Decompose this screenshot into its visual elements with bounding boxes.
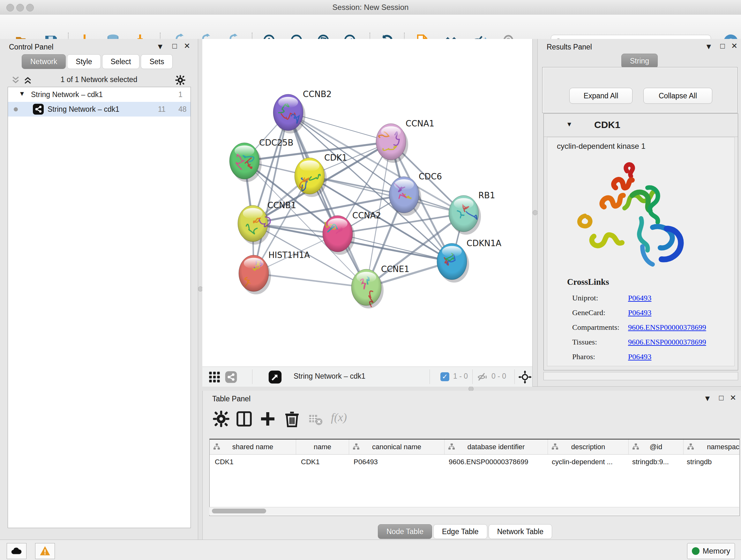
control-panel-close-icon[interactable]: ✕ <box>184 42 190 50</box>
node-CDKN1A[interactable] <box>437 243 469 283</box>
hidden-eye-icon <box>477 371 488 383</box>
results-panel-menu-icon[interactable]: ▼ <box>705 43 713 51</box>
column-header-description[interactable]: description <box>548 440 629 454</box>
network-view-title: String Network – cdk1 <box>293 372 365 381</box>
table-panel-close-icon[interactable]: ✕ <box>730 394 736 401</box>
crosslink-row: Uniprot:P06493 <box>572 291 729 306</box>
tab-sets[interactable]: Sets <box>141 54 173 69</box>
show-columns-icon[interactable] <box>235 410 253 428</box>
column-header-shared-name[interactable]: shared name <box>210 440 296 454</box>
node-label-CCNA1: CCNA1 <box>406 119 434 128</box>
crosslink-label: GeneCard: <box>572 308 605 317</box>
table-panel-title: Table Panel <box>212 395 251 403</box>
column-header--id[interactable]: @id <box>629 440 684 454</box>
statusbar-separator <box>429 369 430 384</box>
gene-name: CDK1 <box>594 119 620 130</box>
control-panel-menu-icon[interactable]: ▼ <box>156 43 164 51</box>
table-header-row: shared namenamecanonical namedatabase id… <box>210 440 739 455</box>
expand-all-button[interactable]: Expand All <box>569 88 632 104</box>
tab-node-table[interactable]: Node Table <box>378 524 432 539</box>
network-share-icon[interactable] <box>225 371 238 383</box>
node-CCNB1[interactable] <box>238 205 270 245</box>
tab-network[interactable]: Network <box>22 54 66 69</box>
crosslink-label: Tissues: <box>572 338 597 347</box>
crosslink-link[interactable]: P06493 <box>628 308 651 317</box>
collapse-all-button[interactable]: Collapse All <box>643 88 712 104</box>
node-CCNA1[interactable] <box>376 124 408 163</box>
cloud-button[interactable] <box>7 543 26 559</box>
table-panel-float-icon[interactable]: □ <box>719 394 724 401</box>
results-panel-float-icon[interactable]: □ <box>720 42 725 50</box>
network-collection-row[interactable]: ▼ String Network – cdk1 1 <box>8 87 191 102</box>
results-panel-close-icon[interactable]: ✕ <box>731 42 738 50</box>
table-hscrollbar-thumb[interactable] <box>212 509 266 513</box>
column-header-name[interactable]: name <box>296 440 349 454</box>
node-CCNA2[interactable] <box>323 215 355 255</box>
tab-style[interactable]: Style <box>67 54 100 69</box>
node-label-HIST1H1A: HIST1H1A <box>268 250 310 260</box>
statusbar-separator <box>472 369 473 384</box>
cloud-icon <box>11 546 22 556</box>
results-scrollbar-track[interactable] <box>543 372 738 380</box>
birds-eye-view-icon[interactable] <box>268 370 282 384</box>
delete-table-icon <box>308 412 323 427</box>
crosslink-label: Uniprot: <box>572 294 598 302</box>
crosslink-link[interactable]: P06493 <box>628 353 651 361</box>
edge-CCNB2-CCNE1[interactable] <box>288 112 366 287</box>
results-panel: Results Panel ▼ □ ✕ String Expand All Co… <box>537 39 741 386</box>
crosslink-link[interactable]: 9606.ENSP00000378699 <box>628 323 706 332</box>
grid-view-icon[interactable] <box>208 371 221 383</box>
string-result-entry: ▼ CDK1 cyclin-dependent kinase 1 <box>543 113 738 370</box>
navigator-crosshair-icon[interactable] <box>518 370 532 384</box>
network-options-gear-icon[interactable] <box>175 75 186 85</box>
node-CCNE1[interactable] <box>351 269 384 308</box>
node-label-RB1: RB1 <box>478 191 495 200</box>
delete-column-icon[interactable] <box>283 410 301 428</box>
tab-string[interactable]: String <box>621 54 658 68</box>
hidden-node-edge-counts: 0 - 0 <box>491 372 506 381</box>
table-row[interactable]: CDK1CDK1P064939606.ENSP00000378699cyclin… <box>210 455 739 469</box>
right-splitter-grip[interactable] <box>533 210 538 215</box>
memory-button[interactable]: Memory <box>687 543 735 559</box>
table-hscrollbar-track[interactable] <box>209 507 739 515</box>
crosslink-label: Compartments: <box>572 323 619 332</box>
control-panel-float-icon[interactable]: □ <box>172 42 177 50</box>
table-options-gear-icon[interactable] <box>212 410 230 428</box>
tab-select[interactable]: Select <box>102 54 140 69</box>
crosslinks-title: CrossLinks <box>567 277 609 287</box>
warnings-button[interactable] <box>35 543 55 559</box>
tab-network-table[interactable]: Network Table <box>488 524 552 539</box>
node-CDK1[interactable] <box>294 158 327 197</box>
node-CDC6[interactable] <box>389 177 421 216</box>
column-header-namespace[interactable]: namespace <box>684 440 740 454</box>
crosslink-link[interactable]: 9606.ENSP00000378699 <box>628 338 706 347</box>
tab-edge-table[interactable]: Edge Table <box>433 524 487 539</box>
status-bar: Memory <box>0 540 741 560</box>
node-HIST1H1A[interactable] <box>239 255 271 294</box>
column-header-canonical-name[interactable]: canonical name <box>349 440 445 454</box>
entry-header[interactable]: ▼ CDK1 <box>544 114 738 137</box>
selected-node-edge-counts: 1 - 0 <box>453 372 468 381</box>
add-column-icon[interactable] <box>259 410 277 428</box>
network-row[interactable]: String Network – cdk1 11 48 <box>8 102 191 117</box>
network-canvas[interactable]: CCNB2CCNA1CDC25BCDK1CDC6RB1CCNB1CCNA2CDK… <box>202 39 532 367</box>
crosslink-link[interactable]: P06493 <box>628 294 651 302</box>
crosslinks-list: Uniprot:P06493GeneCard:P06493Compartment… <box>572 291 729 365</box>
edge-CCNB2-HIST1H1A[interactable] <box>254 112 288 273</box>
selected-checkbox-icon[interactable]: ✓ <box>441 372 449 381</box>
column-header-database-identifier[interactable]: database identifier <box>445 440 548 454</box>
entry-collapse-icon[interactable]: ▼ <box>566 121 572 128</box>
table-panel-menu-icon[interactable]: ▼ <box>704 395 711 402</box>
node-label-CCNA2: CCNA2 <box>352 211 381 220</box>
statusbar-separator <box>515 369 515 384</box>
table-cell: cyclin-dependent ... <box>547 455 627 469</box>
node-CCNB2[interactable] <box>273 94 306 133</box>
warning-icon <box>40 546 51 556</box>
table-panel: Table Panel ▼ □ ✕ f(x) shared namenameca… <box>202 391 741 540</box>
node-CDC25B[interactable] <box>229 143 262 182</box>
collection-expand-icon[interactable]: ▼ <box>19 90 25 98</box>
collection-label: String Network – cdk1 <box>31 90 103 99</box>
node-label-CDC6: CDC6 <box>419 172 442 181</box>
crosslink-label: Pharos: <box>572 353 595 361</box>
node-RB1[interactable] <box>449 195 481 235</box>
